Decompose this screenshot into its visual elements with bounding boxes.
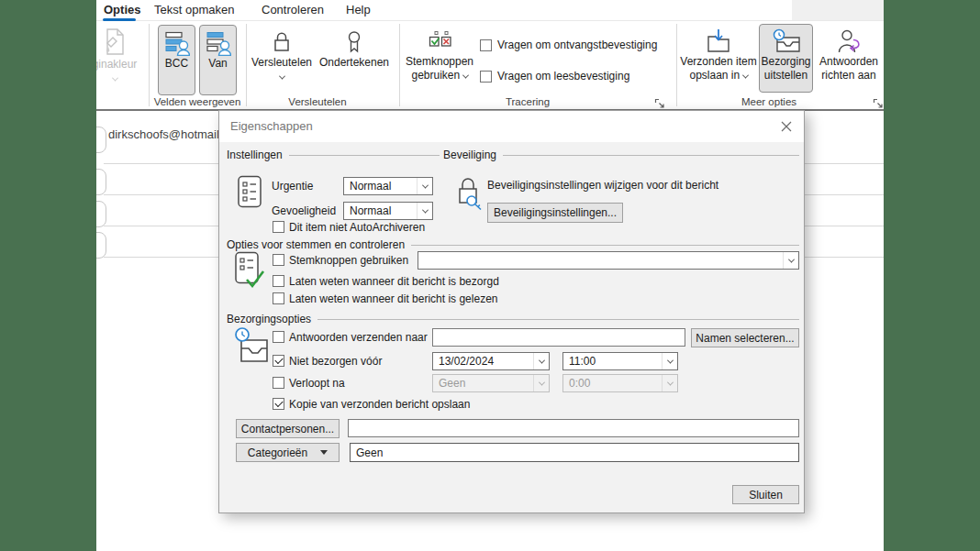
verloopt-label: Verloopt na bbox=[289, 378, 345, 390]
bcc-fields-icon bbox=[164, 30, 190, 56]
settings-list-icon bbox=[238, 175, 262, 208]
voting-buttons-icon bbox=[427, 28, 452, 54]
chevron-down-icon bbox=[462, 72, 468, 79]
antwoorden-label-line1: Antwoorden bbox=[819, 55, 878, 68]
triangle-down-icon bbox=[320, 450, 328, 455]
verloop-tijd-combobox: 0:00 bbox=[562, 374, 678, 392]
urgentie-label: Urgentie bbox=[272, 181, 313, 193]
bcc-label: BCC bbox=[165, 57, 188, 70]
from-email-text: dirkschoofs@hotmail. bbox=[108, 127, 222, 141]
antwoorden-richten-button[interactable]: Antwoorden richten aan bbox=[815, 22, 883, 106]
meer-opties-dialog-launcher-icon[interactable] bbox=[873, 98, 884, 109]
antwoorden-verzenden-label: Antwoorden verzenden naar bbox=[289, 332, 428, 344]
recipient-field-button[interactable] bbox=[96, 232, 106, 259]
kopie-opslaan-checkbox[interactable] bbox=[273, 398, 284, 410]
dialog-titlebar[interactable]: Eigenschappen bbox=[219, 111, 804, 142]
niet-bezorgen-checkbox[interactable] bbox=[273, 355, 284, 367]
chevron-down-icon bbox=[783, 252, 798, 269]
verzonden-item-opslaan-button[interactable]: Verzonden item opslaan in bbox=[678, 22, 759, 106]
section-instellingen: Instellingen bbox=[227, 149, 440, 161]
categorieen-button[interactable]: Categorieën bbox=[236, 443, 340, 462]
desktop: { "colors": { "desktop_green": "#497150"… bbox=[0, 0, 980, 551]
verzonden-label-line1: Verzonden item bbox=[680, 55, 756, 68]
paginakleur-button[interactable]: ginakleur bbox=[96, 22, 151, 106]
verzonden-label-line2: opslaan in bbox=[689, 69, 747, 82]
group-label-versleutelen: Versleutelen bbox=[253, 96, 382, 109]
niet-bezorgen-label: Niet bezorgen vóór bbox=[289, 356, 382, 368]
namen-selecteren-button[interactable]: Namen selecteren... bbox=[691, 328, 799, 347]
tab-controleren[interactable]: Controleren bbox=[262, 3, 324, 19]
lock-icon bbox=[269, 29, 295, 55]
bezorg-tijd-combobox[interactable]: 11:00 bbox=[562, 352, 678, 370]
versleutelen-label: Versleutelen bbox=[251, 56, 312, 69]
signature-badge-icon bbox=[341, 29, 367, 55]
section-beveiliging: Beveiliging bbox=[443, 149, 799, 161]
direct-replies-person-icon bbox=[835, 28, 863, 54]
eigenschappen-dialog: Eigenschappen Instellingen Beveiliging U… bbox=[218, 110, 805, 513]
bezorging-label-line2: uitstellen bbox=[764, 69, 807, 82]
chevron-down-icon bbox=[533, 353, 549, 369]
stemknoppen-combobox[interactable] bbox=[418, 251, 799, 270]
delivery-tray-clock-icon bbox=[232, 326, 271, 365]
van-label: Van bbox=[208, 57, 227, 70]
gevoeligheid-label: Gevoeligheid bbox=[272, 205, 336, 217]
recipient-field-button[interactable] bbox=[96, 127, 106, 153]
stemknoppen-checkbox[interactable] bbox=[273, 254, 284, 266]
stemknoppen-label: Stemknoppen gebruiken bbox=[289, 255, 408, 267]
verloopt-checkbox[interactable] bbox=[273, 377, 284, 389]
bcc-toggle-button[interactable]: BCC bbox=[158, 25, 195, 95]
bezorgd-checkbox[interactable] bbox=[273, 275, 284, 287]
recipient-field-button[interactable] bbox=[96, 169, 106, 195]
ondertekenen-label: Ondertekenen bbox=[319, 56, 389, 69]
section-bezorging: Bezorgingsopties bbox=[227, 313, 799, 325]
stemknoppen-label-line2: gebruiken bbox=[411, 69, 467, 82]
bezorging-uitstellen-button[interactable]: Bezorging uitstellen bbox=[759, 24, 813, 93]
versleutelen-button[interactable]: Versleutelen bbox=[250, 22, 314, 106]
bezorg-datum-combobox[interactable]: 13/02/2024 bbox=[432, 352, 550, 370]
group-separator bbox=[399, 24, 400, 106]
security-lock-key-icon bbox=[454, 173, 484, 212]
contactpersonen-button[interactable]: Contactpersonen... bbox=[236, 419, 340, 438]
close-icon[interactable] bbox=[774, 115, 799, 138]
bezorgd-label: Laten weten wanneer dit bericht is bezor… bbox=[289, 276, 499, 288]
van-fields-icon bbox=[206, 30, 231, 56]
ondertekenen-button[interactable]: Ondertekenen bbox=[316, 22, 393, 106]
autoarchiveren-checkbox[interactable] bbox=[273, 221, 284, 233]
beveiliging-text: Beveiligingsinstellingen wijzigen voor d… bbox=[487, 180, 718, 192]
chevron-down-icon bbox=[533, 375, 549, 391]
vragen-ontvangst-checkbox[interactable] bbox=[480, 39, 492, 51]
group-label-velden-weergeven: Velden weergeven bbox=[133, 96, 262, 109]
tracering-dialog-launcher-icon[interactable] bbox=[654, 98, 665, 109]
gevoeligheid-combobox[interactable]: Normaal bbox=[343, 202, 433, 220]
tab-tekst-opmaken[interactable]: Tekst opmaken bbox=[154, 3, 234, 19]
categorieen-input[interactable] bbox=[350, 443, 799, 462]
chevron-down-icon bbox=[417, 178, 432, 194]
stemknoppen-gebruiken-button[interactable]: Stemknoppen gebruiken bbox=[402, 22, 477, 106]
ribbon-tab-row: Opties Tekst opmaken Controleren Help bbox=[96, 0, 884, 21]
save-sent-folder-icon bbox=[705, 28, 732, 54]
vragen-lees-checkbox[interactable] bbox=[480, 71, 492, 83]
antwoorden-label-line2: richten aan bbox=[821, 69, 875, 82]
antwoorden-verzenden-input[interactable] bbox=[432, 328, 685, 347]
antwoorden-verzenden-checkbox[interactable] bbox=[273, 331, 284, 343]
contactpersonen-input[interactable] bbox=[348, 419, 799, 437]
recipient-field-button[interactable] bbox=[96, 201, 106, 227]
beveiligingsinstellingen-button[interactable]: Beveiligingsinstellingen... bbox=[487, 203, 623, 223]
urgentie-combobox[interactable]: Normaal bbox=[343, 177, 433, 195]
sluiten-button[interactable]: Sluiten bbox=[732, 485, 799, 504]
chevron-down-icon bbox=[741, 72, 748, 79]
chevron-down-icon bbox=[662, 375, 677, 391]
paginakleur-label: ginakleur bbox=[96, 58, 137, 71]
gelezen-checkbox[interactable] bbox=[273, 292, 284, 304]
dialog-title: Eigenschappen bbox=[230, 119, 313, 133]
tab-help[interactable]: Help bbox=[346, 3, 371, 19]
group-separator bbox=[149, 24, 150, 106]
ribbon: ginakleur BCC bbox=[96, 21, 884, 111]
autoarchiveren-label: Dit item niet AutoArchiveren bbox=[289, 222, 425, 234]
group-label-tracering: Tracering bbox=[463, 96, 592, 109]
tab-opties[interactable]: Opties bbox=[104, 3, 140, 19]
gelezen-label: Laten weten wanneer dit bericht is gelez… bbox=[289, 293, 497, 305]
bezorging-label-line1: Bezorging bbox=[761, 55, 810, 68]
chevron-down-icon bbox=[278, 73, 284, 80]
van-toggle-button[interactable]: Van bbox=[199, 25, 237, 95]
